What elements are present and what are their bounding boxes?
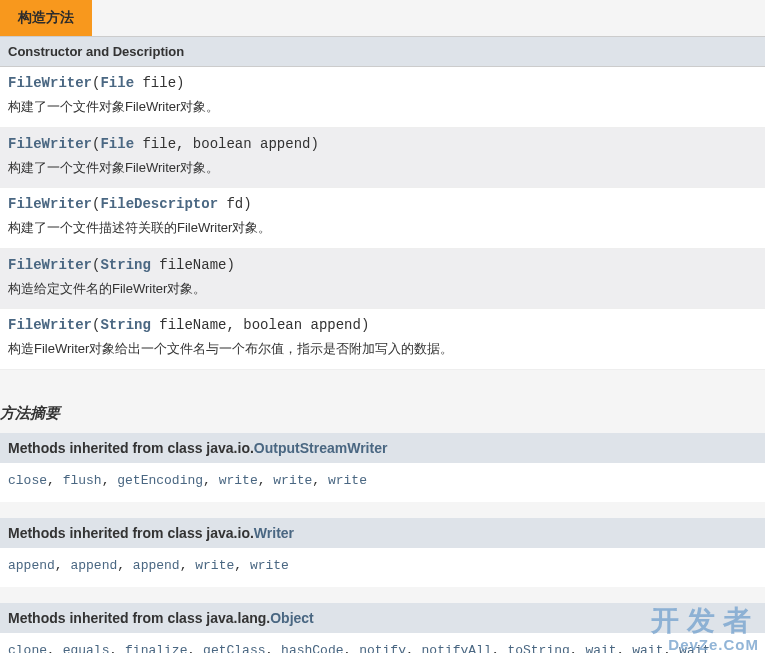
constructor-description: 构建了一个文件描述符关联的FileWriter对象。: [8, 218, 757, 238]
inherited-class-link[interactable]: OutputStreamWriter: [254, 440, 388, 456]
inherited-header: Methods inherited from class java.io.Out…: [0, 433, 765, 463]
constructor-signature: FileWriter(String fileName, boolean appe…: [8, 317, 757, 333]
constructor-signature: FileWriter(File file, boolean append): [8, 136, 757, 152]
constructor-description: 构造给定文件名的FileWriter对象。: [8, 279, 757, 299]
method-link[interactable]: wait: [585, 643, 616, 654]
inherited-class-link[interactable]: Object: [270, 610, 314, 626]
constructor-description: 构建了一个文件对象FileWriter对象。: [8, 158, 757, 178]
method-link[interactable]: flush: [63, 473, 102, 488]
inherited-header: Methods inherited from class java.io.Wri…: [0, 518, 765, 548]
constructor-row: FileWriter(File file, boolean append)构建了…: [0, 128, 765, 189]
constructor-name-link[interactable]: FileWriter: [8, 257, 92, 273]
inherited-blocks: Methods inherited from class java.io.Out…: [0, 433, 765, 654]
constructor-description: 构建了一个文件对象FileWriter对象。: [8, 97, 757, 117]
method-link[interactable]: toString: [507, 643, 569, 654]
constructor-signature: FileWriter(File file): [8, 75, 757, 91]
method-link[interactable]: notify: [359, 643, 406, 654]
param-type-link[interactable]: FileDescriptor: [100, 196, 218, 212]
constructor-row: FileWriter(String fileName)构造给定文件名的FileW…: [0, 249, 765, 310]
method-link[interactable]: write: [195, 558, 234, 573]
method-link[interactable]: equals: [63, 643, 110, 654]
constructor-signature: FileWriter(FileDescriptor fd): [8, 196, 757, 212]
method-link[interactable]: getClass: [203, 643, 265, 654]
param-type-link[interactable]: File: [100, 75, 134, 91]
method-link[interactable]: wait: [632, 643, 663, 654]
method-link[interactable]: getEncoding: [117, 473, 203, 488]
constructor-signature: FileWriter(String fileName): [8, 257, 757, 273]
param-type-link[interactable]: File: [100, 136, 134, 152]
constructor-header: Constructor and Description: [0, 36, 765, 67]
method-link[interactable]: clone: [8, 643, 47, 654]
method-link[interactable]: append: [8, 558, 55, 573]
method-link[interactable]: close: [8, 473, 47, 488]
page-container: 构造方法 Constructor and Description FileWri…: [0, 0, 765, 653]
constructors-tab[interactable]: 构造方法: [0, 0, 92, 36]
method-link[interactable]: wait: [679, 643, 710, 654]
method-link[interactable]: hashCode: [281, 643, 343, 654]
inherited-method-list: clone, equals, finalize, getClass, hashC…: [0, 633, 765, 654]
constructor-row: FileWriter(String fileName, boolean appe…: [0, 309, 765, 370]
constructor-name-link[interactable]: FileWriter: [8, 317, 92, 333]
constructor-row: FileWriter(File file)构建了一个文件对象FileWriter…: [0, 67, 765, 128]
inherited-method-list: close, flush, getEncoding, write, write,…: [0, 463, 765, 502]
constructor-list: FileWriter(File file)构建了一个文件对象FileWriter…: [0, 67, 765, 370]
constructor-name-link[interactable]: FileWriter: [8, 196, 92, 212]
method-link[interactable]: append: [133, 558, 180, 573]
method-link[interactable]: write: [273, 473, 312, 488]
method-link[interactable]: write: [250, 558, 289, 573]
constructor-name-link[interactable]: FileWriter: [8, 136, 92, 152]
method-link[interactable]: notifyAll: [422, 643, 492, 654]
method-link[interactable]: write: [219, 473, 258, 488]
param-type-link[interactable]: String: [100, 317, 150, 333]
method-link[interactable]: write: [328, 473, 367, 488]
inherited-class-link[interactable]: Writer: [254, 525, 294, 541]
method-link[interactable]: append: [70, 558, 117, 573]
spacer: [0, 370, 765, 398]
constructor-description: 构造FileWriter对象给出一个文件名与一个布尔值，指示是否附加写入的数据。: [8, 339, 757, 359]
constructor-name-link[interactable]: FileWriter: [8, 75, 92, 91]
inherited-header: Methods inherited from class java.lang.O…: [0, 603, 765, 633]
method-link[interactable]: finalize: [125, 643, 187, 654]
param-type-link[interactable]: String: [100, 257, 150, 273]
methods-summary-title: 方法摘要: [0, 398, 765, 433]
inherited-method-list: append, append, append, write, write: [0, 548, 765, 587]
constructor-row: FileWriter(FileDescriptor fd)构建了一个文件描述符关…: [0, 188, 765, 249]
